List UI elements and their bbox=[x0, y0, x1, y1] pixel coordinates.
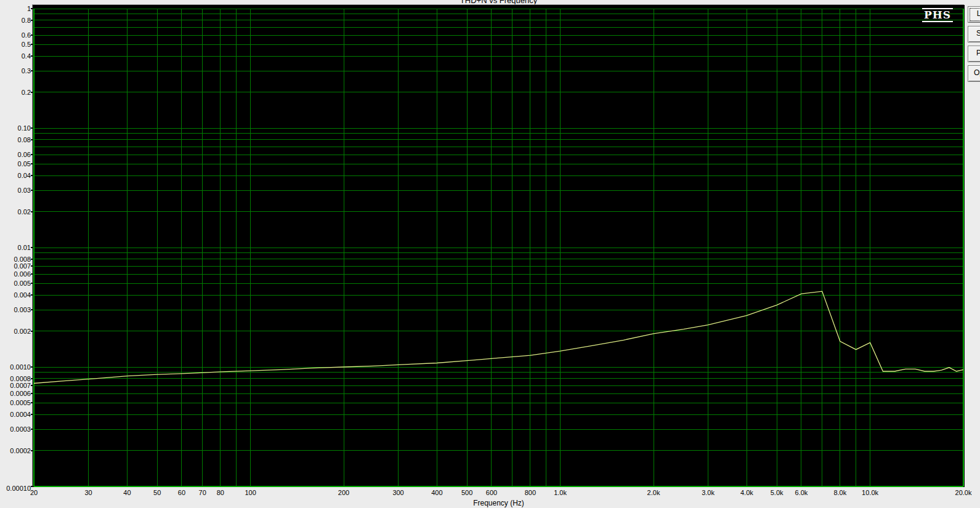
y-tick-label: 0.0005 bbox=[0, 399, 31, 406]
y-tick-label: 0.0003 bbox=[0, 425, 31, 433]
y-axis-tick bbox=[31, 44, 33, 45]
y-axis-tick bbox=[31, 247, 33, 248]
x-tick-label: 500 bbox=[453, 489, 480, 496]
y-axis-tick bbox=[31, 393, 33, 394]
y-tick-label: 0.01 bbox=[0, 244, 31, 251]
y-axis-tick bbox=[31, 366, 33, 368]
y-axis-tick bbox=[31, 70, 33, 71]
chart-title: THD+N vs Frequency bbox=[33, 0, 965, 5]
phs-logo: PHS bbox=[922, 8, 953, 22]
y-axis-tick bbox=[31, 402, 33, 403]
side-button-2[interactable]: S bbox=[968, 26, 980, 42]
y-axis-tick bbox=[31, 211, 33, 212]
y-axis-tick bbox=[31, 139, 33, 140]
x-tick-label: 30 bbox=[75, 489, 102, 496]
y-tick-label: 0.5 bbox=[0, 41, 31, 48]
y-tick-label: 0.007 bbox=[0, 262, 31, 270]
y-axis-tick bbox=[31, 294, 33, 296]
app-window: THD+N vs Frequency PHS 10.80.60.50.40.30… bbox=[0, 0, 980, 508]
y-axis-tick bbox=[31, 429, 33, 430]
y-tick-label: 0.002 bbox=[0, 328, 31, 335]
y-tick-label: 0.0008 bbox=[0, 375, 31, 382]
y-axis-tick bbox=[31, 450, 33, 451]
y-axis-tick bbox=[31, 8, 33, 9]
y-axis-tick bbox=[31, 309, 33, 310]
y-tick-label: 0.02 bbox=[0, 208, 31, 216]
y-tick-label: 0.6 bbox=[0, 31, 31, 39]
y-tick-label: 0.0006 bbox=[0, 390, 31, 397]
x-tick-label: 400 bbox=[423, 489, 450, 496]
y-axis-tick bbox=[31, 378, 33, 379]
y-axis-tick bbox=[31, 283, 33, 284]
y-axis-tick bbox=[31, 259, 33, 260]
y-axis-tick bbox=[31, 55, 33, 57]
y-axis-tick bbox=[31, 175, 33, 176]
y-axis-tick bbox=[31, 20, 33, 21]
y-tick-label: 0.0010 bbox=[0, 363, 31, 371]
x-tick-label: 20 bbox=[20, 489, 47, 496]
side-button-1[interactable]: L bbox=[968, 6, 980, 23]
y-tick-label: 0.0002 bbox=[0, 447, 31, 454]
y-tick-label: 0.08 bbox=[0, 136, 31, 143]
y-axis-tick bbox=[31, 92, 33, 93]
y-axis-tick bbox=[31, 273, 33, 275]
x-tick-label: 100 bbox=[237, 489, 264, 496]
x-axis-title: Frequency (Hz) bbox=[33, 499, 965, 507]
x-tick-label: 20.0k bbox=[950, 489, 977, 496]
y-tick-label: 0.06 bbox=[0, 151, 31, 158]
y-tick-label: 0.10 bbox=[0, 124, 31, 132]
x-tick-label: 80 bbox=[207, 489, 234, 496]
thdn-trace bbox=[34, 291, 963, 383]
x-tick-label: 600 bbox=[478, 489, 505, 496]
y-tick-label: 0.003 bbox=[0, 306, 31, 313]
y-tick-label: 0.004 bbox=[0, 291, 31, 299]
x-tick-label: 200 bbox=[330, 489, 357, 496]
y-tick-label: 0.006 bbox=[0, 270, 31, 278]
x-tick-label: 2.0k bbox=[640, 489, 667, 496]
y-axis-tick bbox=[31, 385, 33, 386]
side-button-3[interactable]: P bbox=[968, 46, 980, 62]
side-button-panel: LSPOp bbox=[968, 6, 980, 85]
y-axis-tick bbox=[31, 190, 33, 191]
side-button-4[interactable]: Op bbox=[968, 65, 980, 82]
x-tick-label: 5.0k bbox=[763, 489, 790, 496]
y-tick-label: 1 bbox=[0, 5, 31, 12]
y-axis-tick bbox=[31, 163, 33, 164]
x-tick-label: 8.0k bbox=[827, 489, 854, 496]
y-tick-label: 0.008 bbox=[0, 256, 31, 263]
y-tick-label: 0.005 bbox=[0, 280, 31, 287]
plot-area: PHS bbox=[33, 5, 965, 487]
x-tick-label: 10.0k bbox=[857, 489, 884, 496]
y-tick-label: 0.05 bbox=[0, 160, 31, 167]
y-axis-tick bbox=[31, 154, 33, 155]
y-axis-tick bbox=[31, 265, 33, 267]
x-tick-label: 6.0k bbox=[788, 489, 815, 496]
x-tick-label: 50 bbox=[144, 489, 171, 496]
y-tick-label: 0.0007 bbox=[0, 382, 31, 389]
x-tick-label: 300 bbox=[385, 489, 412, 496]
y-tick-label: 0.03 bbox=[0, 187, 31, 194]
y-axis-tick bbox=[31, 414, 33, 415]
y-axis-tick bbox=[31, 34, 33, 36]
y-tick-label: 0.04 bbox=[0, 172, 31, 179]
x-tick-label: 40 bbox=[113, 489, 140, 496]
y-axis-tick bbox=[31, 127, 33, 129]
chart-canvas bbox=[33, 5, 965, 487]
y-tick-label: 0.8 bbox=[0, 17, 31, 24]
y-tick-label: 0.2 bbox=[0, 89, 31, 96]
y-axis-tick bbox=[31, 331, 33, 332]
y-axis-tick bbox=[31, 486, 33, 487]
x-tick-label: 1.0k bbox=[547, 489, 574, 496]
y-tick-label: 0.4 bbox=[0, 52, 31, 60]
x-tick-label: 4.0k bbox=[733, 489, 760, 496]
x-tick-label: 3.0k bbox=[695, 489, 722, 496]
x-tick-label: 800 bbox=[517, 489, 544, 496]
y-tick-label: 0.3 bbox=[0, 67, 31, 75]
y-tick-label: 0.0004 bbox=[0, 411, 31, 418]
